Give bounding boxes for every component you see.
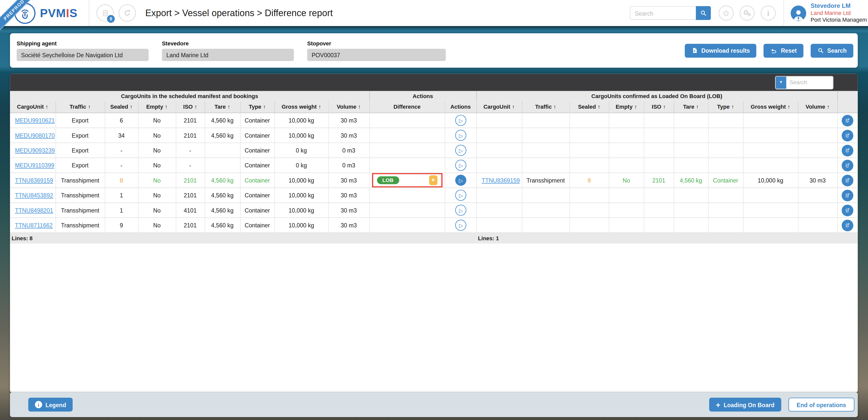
- add-note-button[interactable]: [842, 115, 854, 126]
- row-action-button[interactable]: ▷: [455, 115, 466, 126]
- cargo-unit-link[interactable]: MEDU9910621: [15, 117, 55, 123]
- global-search-button[interactable]: [696, 6, 711, 20]
- table-filter-button[interactable]: [776, 77, 786, 89]
- column-header-right-cargounit[interactable]: CargoUnit↑: [476, 101, 522, 113]
- column-header-right-sealed[interactable]: Sealed↑: [569, 101, 609, 113]
- excel-file-icon: X: [691, 47, 698, 54]
- cargo-unit-link[interactable]: MEDU9080170: [15, 132, 55, 139]
- cell-lob-volume: [798, 188, 837, 203]
- cell-lob-tare: [674, 143, 708, 158]
- cell-tare: 4,560 kg: [205, 128, 240, 143]
- row-action-button[interactable]: ▷: [455, 205, 466, 216]
- info-button[interactable]: i: [761, 5, 775, 21]
- cell-cargo-unit: MEDU9910621: [10, 113, 56, 128]
- cell-sealed: -: [105, 143, 138, 158]
- row-action-button[interactable]: ▷: [455, 160, 466, 171]
- add-note-button[interactable]: [842, 175, 854, 186]
- cargo-unit-link[interactable]: TTNU8498201: [15, 207, 53, 213]
- sort-asc-icon: ↑: [45, 103, 48, 110]
- add-note-button[interactable]: [842, 189, 854, 201]
- column-header-left-gross-weight[interactable]: Gross weight↑: [275, 101, 328, 113]
- add-note-button[interactable]: [842, 219, 854, 231]
- column-header-left-traffic[interactable]: Traffic↑: [56, 101, 105, 113]
- viewport: PREPROD PVMIS: [0, 0, 868, 420]
- app-bar: PREPROD PVMIS: [0, 0, 868, 26]
- row-action-button[interactable]: ▷: [455, 189, 466, 201]
- reset-button[interactable]: Reset: [764, 43, 804, 58]
- cargo-unit-link[interactable]: TTNU8711662: [15, 222, 53, 229]
- column-header-mid-actions: Actions: [445, 101, 476, 113]
- cargo-unit-link[interactable]: TTNU8453892: [15, 192, 53, 199]
- add-note-button[interactable]: [842, 129, 854, 141]
- column-header-right-empty[interactable]: Empty↑: [609, 101, 644, 113]
- column-header-left-type[interactable]: Type↑: [240, 101, 275, 113]
- cell-lob-gross: [743, 203, 798, 217]
- sort-asc-icon: ↑: [263, 103, 266, 110]
- table-row: MEDU9910621Export6No21014,560 kgContaine…: [10, 113, 858, 128]
- cell-gross: 0 kg: [275, 158, 328, 173]
- legend-button[interactable]: i Legend: [28, 397, 73, 412]
- cargo-units-grid: CargoUnits in the scheduled manifest and…: [10, 91, 858, 243]
- cell-lob-empty: [609, 113, 644, 128]
- column-header-right-volume[interactable]: Volume↑: [798, 101, 837, 113]
- table-row: TTNU8453892Transshipment1No21014,560 kgC…: [10, 188, 858, 203]
- global-search-input[interactable]: [630, 6, 696, 20]
- table-filter-input[interactable]: [786, 77, 833, 89]
- add-note-button[interactable]: [842, 205, 854, 216]
- cell-lob-volume: 30 m3: [798, 173, 837, 187]
- cell-iso: 2101: [176, 128, 205, 143]
- column-header-left-sealed[interactable]: Sealed↑: [105, 101, 138, 113]
- cell-type: Container: [240, 128, 275, 143]
- cell-lob-cargo-unit: [476, 218, 522, 233]
- undo-icon: [771, 47, 778, 54]
- cell-empty: No: [138, 173, 176, 187]
- cell-difference: [369, 158, 444, 173]
- cell-lob-type: [708, 218, 743, 233]
- column-header-left-tare[interactable]: Tare↑: [205, 101, 240, 113]
- end-of-operations-button[interactable]: End of operations: [788, 397, 855, 412]
- cell-add-note: [837, 158, 858, 173]
- cell-lob-traffic: Transshipment: [522, 173, 569, 187]
- plus-icon: +: [716, 401, 720, 409]
- cell-type: Container: [240, 173, 275, 187]
- download-results-button[interactable]: X Download results: [685, 43, 756, 58]
- refresh-button[interactable]: [119, 4, 136, 22]
- column-header-right-iso[interactable]: ISO↑: [644, 101, 674, 113]
- cargo-unit-link[interactable]: TTNU8369159: [482, 177, 520, 183]
- settings-button[interactable]: ⚙⚙: [740, 5, 754, 21]
- row-action-button[interactable]: ▷: [455, 130, 466, 141]
- cell-cargo-unit: TTNU8453892: [10, 188, 56, 203]
- cell-type: Container: [240, 188, 275, 203]
- column-header-right-tare[interactable]: Tare↑: [674, 101, 708, 113]
- row-action-button[interactable]: ▷: [455, 219, 466, 231]
- column-header-right-traffic[interactable]: Traffic↑: [522, 101, 569, 113]
- column-header-right-gross-weight[interactable]: Gross weight↑: [743, 101, 798, 113]
- column-header-left-iso[interactable]: ISO↑: [176, 101, 205, 113]
- add-note-button[interactable]: [842, 145, 854, 156]
- cell-lob-sealed: [569, 143, 609, 158]
- cargo-unit-link[interactable]: TTNU8369159: [15, 177, 53, 183]
- row-action-button[interactable]: ▷: [455, 145, 466, 156]
- column-header-left-empty[interactable]: Empty↑: [138, 101, 176, 113]
- user-avatar[interactable]: [790, 5, 806, 21]
- cargo-unit-link[interactable]: MEDU9093239: [15, 147, 55, 153]
- documents-button[interactable]: 0: [96, 4, 114, 22]
- search-button[interactable]: Search: [810, 43, 853, 58]
- logout-button[interactable]: [718, 5, 734, 21]
- cell-cargo-unit: TTNU8711662: [10, 218, 56, 233]
- loading-on-board-button[interactable]: + Loading On Board: [709, 397, 781, 412]
- divider: [89, 0, 89, 26]
- column-header-left-cargounit[interactable]: CargoUnit↑: [10, 101, 56, 113]
- row-action-button[interactable]: ▷: [455, 175, 466, 186]
- cell-add-note: [837, 188, 858, 203]
- add-note-button[interactable]: [842, 159, 854, 171]
- cell-lob-iso: [644, 143, 674, 158]
- cell-add-note: [837, 203, 858, 217]
- column-header-right-type[interactable]: Type↑: [708, 101, 743, 113]
- cell-lob-cargo-unit: [476, 113, 522, 128]
- cargo-unit-link[interactable]: MEDU9110399: [15, 162, 54, 169]
- cell-sealed: 6: [105, 113, 138, 128]
- cell-lob-tare: 4,560 kg: [674, 173, 708, 187]
- sort-asc-icon: ↑: [358, 103, 361, 110]
- column-header-left-volume[interactable]: Volume↑: [328, 101, 369, 113]
